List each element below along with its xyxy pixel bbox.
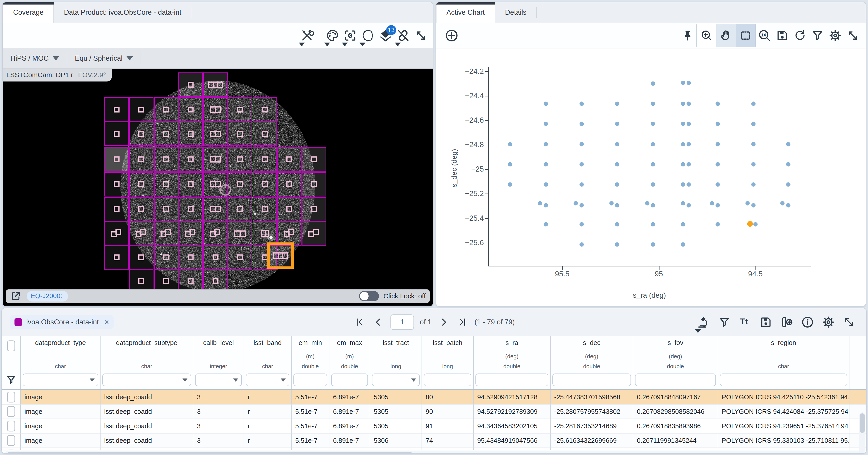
patch-cell[interactable]	[203, 147, 228, 172]
pin-chart-button[interactable]	[679, 25, 696, 47]
horizontal-scrollbar[interactable]	[4, 451, 864, 454]
filter-input-em_min[interactable]	[293, 373, 327, 386]
chart-point[interactable]	[651, 242, 655, 246]
patch-cell[interactable]	[104, 172, 129, 196]
chart-point[interactable]	[751, 162, 756, 166]
patch-cell[interactable]	[129, 172, 154, 196]
table-filter-button[interactable]	[715, 311, 733, 333]
filter-input-lsst_patch[interactable]	[424, 373, 471, 386]
chart-point[interactable]	[579, 203, 584, 208]
chart-point[interactable]	[544, 162, 548, 166]
sky-coverage-map[interactable]: LSSTComCam: DP1 r FOV:2.9° EQ-J2000: Cli…	[3, 69, 433, 306]
chart-point[interactable]	[538, 201, 542, 205]
chart-point[interactable]	[751, 102, 756, 106]
chart-point[interactable]	[615, 142, 619, 146]
patch-cell[interactable]	[154, 147, 178, 172]
column-header-s_fov[interactable]: s_fov(deg)double	[633, 336, 718, 372]
patch-cell[interactable]	[203, 97, 228, 122]
save-chart-button[interactable]	[773, 25, 791, 47]
patch-cell[interactable]	[228, 122, 252, 146]
table-row[interactable]: imagelsst.deep_coadd3r5.51e-76.891e-7530…	[2, 404, 866, 419]
chart-point[interactable]	[651, 122, 655, 126]
patch-cell[interactable]	[104, 245, 129, 270]
filter-input-em_max[interactable]	[331, 373, 368, 386]
patch-cell[interactable]	[302, 221, 326, 246]
chart-point[interactable]	[716, 203, 720, 208]
add-column-button[interactable]	[778, 311, 796, 333]
table-info-button[interactable]	[799, 311, 816, 333]
column-header-dataproduct_subtype[interactable]: dataproduct_subtypechar	[100, 336, 193, 372]
patch-cell[interactable]	[104, 221, 129, 246]
patch-cell[interactable]	[154, 172, 178, 196]
prev-page-button[interactable]	[372, 316, 384, 329]
chart-point[interactable]	[508, 182, 512, 186]
chart-point[interactable]	[544, 222, 548, 226]
chart-point[interactable]	[687, 182, 691, 186]
chart-point[interactable]	[681, 182, 685, 186]
patch-cell[interactable]	[104, 197, 129, 221]
chart-point[interactable]	[716, 182, 720, 186]
page-number-input[interactable]	[390, 314, 414, 330]
chart-expand-button[interactable]	[844, 25, 862, 47]
patch-cell[interactable]	[154, 245, 178, 270]
patch-cell[interactable]	[253, 147, 277, 172]
plot-area[interactable]: 95.59594.5−24.2−24.4−24.6−24.8−25−25.2−2…	[488, 67, 811, 267]
patch-cell[interactable]	[302, 197, 326, 221]
tab-details[interactable]: Details	[495, 2, 536, 23]
hscroll-thumb[interactable]	[7, 452, 412, 454]
zoom-original-button[interactable]: 1X	[756, 25, 773, 47]
chart-point[interactable]	[544, 102, 548, 106]
vscroll-thumb[interactable]	[860, 413, 865, 433]
chart-point[interactable]	[716, 222, 720, 226]
chart-point[interactable]	[579, 182, 584, 186]
chart-point[interactable]	[681, 142, 685, 146]
chart-point[interactable]	[786, 182, 790, 186]
patch-cell[interactable]	[178, 172, 203, 196]
patch-cell[interactable]	[154, 221, 178, 246]
patch-cell[interactable]	[253, 122, 277, 146]
filter-select-dataproduct_type[interactable]	[23, 373, 98, 386]
chart-point[interactable]	[687, 142, 691, 146]
filter-select-calib_level[interactable]	[195, 373, 242, 386]
filter-select-lsst_band[interactable]	[246, 373, 289, 386]
chart-point[interactable]	[746, 201, 750, 205]
patch-cell[interactable]	[253, 172, 277, 196]
filter-input-s_ra[interactable]	[475, 373, 548, 386]
table-tab-chip[interactable]: ivoa.ObsCore - data-int ×	[10, 315, 114, 329]
close-table-icon[interactable]: ×	[104, 317, 109, 327]
patch-cell[interactable]	[203, 122, 228, 146]
chart-point[interactable]	[710, 201, 714, 205]
patch-cell[interactable]	[203, 72, 228, 97]
column-header-lsst_tract[interactable]: lsst_tractlong	[370, 336, 422, 372]
column-header-dataproduct_type[interactable]: dataproduct_typechar	[21, 336, 100, 372]
table-row[interactable]: imagelsst.deep_coadd3r5.51e-76.891e-7530…	[2, 448, 866, 450]
chart-point[interactable]	[687, 81, 691, 85]
chart-point[interactable]	[544, 182, 548, 186]
vertical-scrollbar[interactable]	[859, 413, 865, 454]
external-link-icon[interactable]	[10, 291, 21, 302]
patch-cell[interactable]	[253, 197, 277, 221]
chart-point[interactable]	[786, 203, 790, 208]
chart-point[interactable]	[651, 102, 655, 106]
chart-point[interactable]	[544, 203, 548, 208]
column-header-s_ra[interactable]: s_ra(deg)double	[474, 336, 551, 372]
patch-cell[interactable]	[302, 172, 326, 196]
chart-point[interactable]	[751, 122, 756, 126]
patch-cell[interactable]	[228, 221, 252, 246]
chart-point[interactable]	[615, 182, 619, 186]
chart-point[interactable]	[651, 182, 655, 186]
chart-point[interactable]	[786, 142, 790, 146]
column-header-em_min[interactable]: em_min(m)double	[291, 336, 330, 372]
tools-button[interactable]	[299, 25, 316, 47]
chart-point[interactable]	[753, 222, 757, 226]
row-checkbox[interactable]	[7, 450, 15, 450]
chart-point[interactable]	[651, 142, 655, 146]
patch-cell[interactable]	[129, 97, 154, 122]
inspect-button[interactable]	[694, 311, 712, 333]
chart-point[interactable]	[681, 122, 685, 126]
zoom-in-mode-button[interactable]	[697, 24, 716, 47]
patch-cell[interactable]	[253, 97, 277, 122]
chart-point[interactable]	[651, 222, 655, 226]
filter-input-s_region[interactable]	[720, 373, 847, 386]
patch-cell[interactable]	[277, 221, 302, 246]
